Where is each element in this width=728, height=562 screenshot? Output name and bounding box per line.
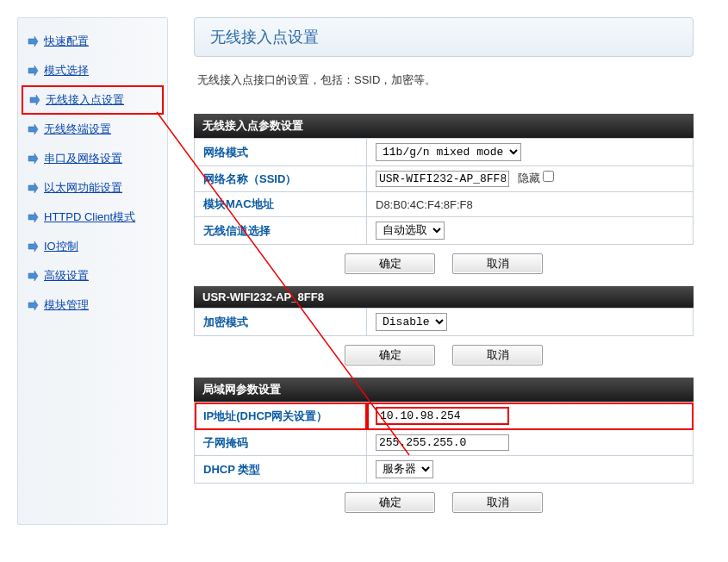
sidebar-item-label[interactable]: 高级设置 (44, 268, 89, 284)
ok-button[interactable]: 确定 (345, 253, 435, 274)
mac-value: D8:B0:4C:F4:8F:F8 (367, 192, 694, 217)
ok-button[interactable]: 确定 (345, 345, 435, 365)
netmask-label: 子网掩码 (195, 430, 367, 456)
sidebar-item-serial-net[interactable]: 串口及网络设置 (18, 144, 167, 173)
form-table-ap: 网络模式 11b/g/n mixed mode 网络名称（SSID） 隐藏 (194, 138, 694, 245)
cancel-button[interactable]: 取消 (452, 253, 543, 274)
form-table-lan: IP地址(DHCP网关设置） 子网掩码 DHCP 类型 服务器 (194, 402, 694, 484)
mac-label: 模块MAC地址 (195, 192, 367, 217)
arrow-right-icon (27, 65, 39, 77)
panel-lan-params: 局域网参数设置 IP地址(DHCP网关设置） 子网掩码 DHCP 类型 (194, 378, 694, 513)
sidebar: 快速配置 模式选择 无线接入点设置 无线终端设置 串口及网络设置 以太网功能设置… (17, 17, 168, 525)
netmask-input[interactable] (376, 434, 509, 451)
arrow-right-icon (27, 153, 39, 165)
sidebar-item-module-manage[interactable]: 模块管理 (18, 290, 167, 320)
arrow-right-icon (27, 211, 39, 223)
arrow-right-icon (27, 299, 39, 311)
sidebar-item-label[interactable]: 以太网功能设置 (44, 180, 122, 196)
ip-input[interactable] (376, 407, 509, 425)
ssid-label: 网络名称（SSID） (195, 166, 367, 192)
sidebar-item-label[interactable]: 模块管理 (44, 297, 89, 313)
sidebar-item-ethernet[interactable]: 以太网功能设置 (18, 173, 167, 203)
arrow-right-icon (27, 240, 39, 253)
page-title-box: 无线接入点设置 (194, 17, 694, 57)
enc-mode-label: 加密模式 (195, 309, 367, 336)
sidebar-item-label[interactable]: 无线接入点设置 (46, 92, 124, 108)
ok-button[interactable]: 确定 (345, 492, 435, 513)
sidebar-item-label[interactable]: 快速配置 (44, 34, 89, 49)
arrow-right-icon (27, 270, 39, 282)
form-table-enc: 加密模式 Disable (194, 308, 694, 336)
sidebar-item-label[interactable]: 无线终端设置 (44, 122, 111, 137)
sidebar-item-io-control[interactable]: IO控制 (18, 232, 167, 261)
dhcp-type-label: DHCP 类型 (195, 456, 367, 484)
ssid-input[interactable] (376, 171, 509, 187)
channel-select[interactable]: 自动选取 (376, 222, 445, 240)
sidebar-item-ap-settings[interactable]: 无线接入点设置 (22, 85, 164, 115)
arrow-right-icon (28, 94, 40, 106)
panel-header: USR-WIFI232-AP_8FF8 (194, 286, 694, 308)
enc-mode-select[interactable]: Disable (376, 313, 447, 331)
sidebar-item-advanced[interactable]: 高级设置 (18, 261, 167, 290)
panel-ap-params: 无线接入点参数设置 网络模式 11b/g/n mixed mode 网络名称（S… (194, 114, 694, 274)
arrow-right-icon (27, 123, 39, 135)
panel-header: 局域网参数设置 (194, 378, 694, 402)
ip-label: IP地址(DHCP网关设置） (195, 403, 367, 430)
cancel-button[interactable]: 取消 (452, 492, 543, 513)
sidebar-item-quick-config[interactable]: 快速配置 (18, 27, 167, 56)
main-content: 无线接入点设置 无线接入点接口的设置，包括：SSID，加密等。 无线接入点参数设… (194, 17, 711, 525)
sidebar-item-mode-select[interactable]: 模式选择 (18, 56, 167, 85)
arrow-right-icon (27, 182, 39, 194)
network-mode-select[interactable]: 11b/g/n mixed mode (376, 143, 521, 161)
sidebar-item-label[interactable]: IO控制 (44, 239, 78, 254)
sidebar-item-httpd-client[interactable]: HTTPD Client模式 (18, 203, 167, 232)
sidebar-item-label[interactable]: HTTPD Client模式 (44, 209, 135, 225)
dhcp-type-select[interactable]: 服务器 (376, 460, 433, 478)
panel-encryption: USR-WIFI232-AP_8FF8 加密模式 Disable 确定 取消 (194, 286, 694, 365)
hide-ssid-checkbox[interactable] (543, 171, 554, 182)
sidebar-item-label[interactable]: 模式选择 (44, 63, 89, 78)
page-title: 无线接入点设置 (210, 27, 677, 47)
network-mode-label: 网络模式 (195, 139, 367, 166)
page-desc: 无线接入点接口的设置，包括：SSID，加密等。 (197, 72, 694, 88)
panel-header: 无线接入点参数设置 (194, 114, 694, 138)
sidebar-item-sta-settings[interactable]: 无线终端设置 (18, 115, 167, 144)
hide-ssid-label: 隐藏 (518, 172, 540, 184)
cancel-button[interactable]: 取消 (452, 345, 543, 365)
channel-label: 无线信道选择 (195, 217, 367, 245)
arrow-right-icon (27, 35, 39, 47)
sidebar-item-label[interactable]: 串口及网络设置 (44, 151, 122, 166)
